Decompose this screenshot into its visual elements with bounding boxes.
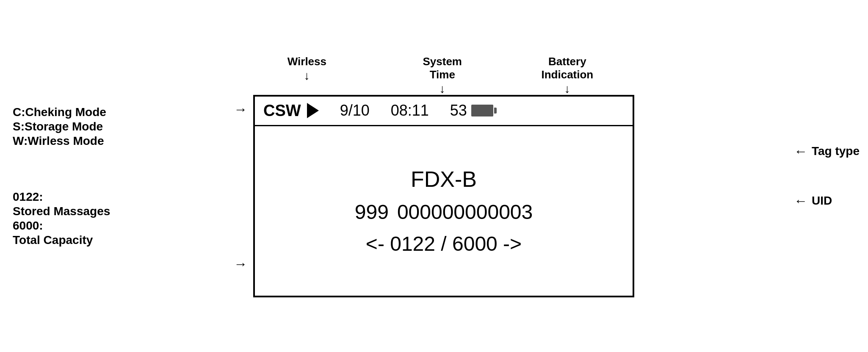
page-container: C:Cheking Mode S:Storage Mode W:Wirless … xyxy=(0,0,868,352)
header-battery-section: 53 xyxy=(450,102,493,119)
tag-type-right-label: ← Tag type xyxy=(794,144,860,159)
battery-percent: 53 xyxy=(450,102,467,119)
display-box: CSW 9/10 08:11 53 FDX-B xyxy=(253,95,634,297)
total-num-label: 6000: xyxy=(13,219,110,233)
uid-right-label: ← UID xyxy=(794,193,860,209)
uid-text-label: UID xyxy=(812,194,832,208)
battery-label: Battery Indication xyxy=(541,55,593,81)
uid-value: 000000000003 xyxy=(397,200,533,224)
storage-labels: 0122: Stored Massages 6000: Total Capaci… xyxy=(13,190,110,247)
uid-prefix: 999 xyxy=(355,200,389,224)
stored-num-label: 0122: xyxy=(13,190,110,204)
wireless-annotation: Wirless ↓ xyxy=(287,55,326,95)
system-time-arrow-down: ↓ xyxy=(440,83,445,95)
top-annotations: Wirless ↓ System Time ↓ Battery Indicati… xyxy=(243,55,625,95)
wireless-arrow-down: ↓ xyxy=(304,70,310,82)
header-arrow-bold xyxy=(307,103,319,118)
layout: C:Cheking Mode S:Storage Mode W:Wirless … xyxy=(0,0,868,352)
display-header: CSW 9/10 08:11 53 xyxy=(255,97,633,126)
left-labels: C:Cheking Mode S:Storage Mode W:Wirless … xyxy=(13,105,110,247)
nav-row: <- 0122 / 6000 -> xyxy=(366,232,522,255)
mode-w-label: W:Wirless Mode xyxy=(13,134,110,148)
tag-type-value: FDX-B xyxy=(411,166,477,192)
center-section: Wirless ↓ System Time ↓ Battery Indicati… xyxy=(234,55,634,297)
mode-c-label: C:Cheking Mode xyxy=(13,105,110,119)
nav-arrow-right: → xyxy=(234,256,247,272)
header-time: 08:11 xyxy=(391,102,429,119)
display-body: FDX-B 999 000000000003 <- 0122 / 6000 -> xyxy=(255,126,633,296)
wireless-label: Wirless xyxy=(287,55,326,68)
header-arrow-right: → xyxy=(234,102,247,117)
mode-s-label: S:Storage Mode xyxy=(13,120,110,133)
total-capacity-label: Total Capacity xyxy=(13,233,110,247)
system-time-annotation: System Time ↓ xyxy=(423,55,462,95)
battery-arrow-down: ↓ xyxy=(564,83,570,95)
mode-labels: C:Cheking Mode S:Storage Mode W:Wirless … xyxy=(13,105,110,148)
battery-icon xyxy=(471,105,493,116)
header-date: 9/10 xyxy=(340,102,370,119)
uid-row: 999 000000000003 xyxy=(355,200,533,224)
tag-type-arrow-left: ← xyxy=(794,144,807,159)
stored-massages-label: Stored Massages xyxy=(13,205,110,218)
header-csw: CSW xyxy=(263,102,319,120)
right-labels: ← Tag type ← UID xyxy=(794,144,860,209)
system-time-label: System Time xyxy=(423,55,462,81)
battery-annotation: Battery Indication ↓ xyxy=(541,55,593,95)
tag-type-text-label: Tag type xyxy=(812,144,860,158)
uid-arrow-left: ← xyxy=(794,193,807,209)
mode-display: CSW xyxy=(263,102,301,120)
